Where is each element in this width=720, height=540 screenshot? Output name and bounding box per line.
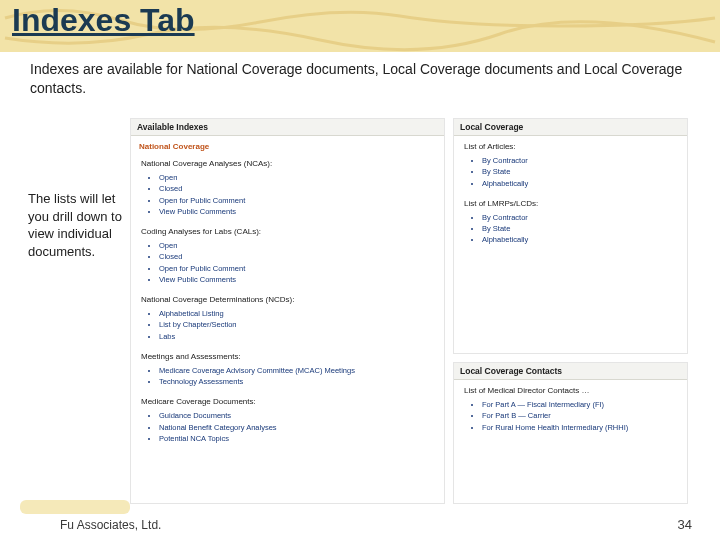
group-label: List of LMRPs/LCDs:: [454, 193, 687, 210]
list-item[interactable]: Open: [159, 172, 444, 183]
group-label: Medicare Coverage Documents:: [131, 391, 444, 408]
list-item[interactable]: By Contractor: [482, 212, 687, 223]
list-item[interactable]: Closed: [159, 183, 444, 194]
list-item[interactable]: National Benefit Category Analyses: [159, 422, 444, 433]
group-list: OpenClosedOpen for Public CommentView Pu…: [159, 240, 444, 285]
group-list: By ContractorBy StateAlphabetically: [482, 155, 687, 189]
local-coverage-contacts-panel: Local Coverage Contacts List of Medical …: [453, 362, 688, 504]
list-item[interactable]: For Part B — Carrier: [482, 410, 687, 421]
list-item[interactable]: List by Chapter/Section: [159, 319, 444, 330]
group-label: National Coverage Determinations (NCDs):: [131, 289, 444, 306]
list-item[interactable]: Medicare Coverage Advisory Committee (MC…: [159, 365, 444, 376]
list-item[interactable]: Guidance Documents: [159, 410, 444, 421]
list-item[interactable]: Closed: [159, 251, 444, 262]
list-item[interactable]: Open: [159, 240, 444, 251]
group-label: Coding Analyses for Labs (CALs):: [131, 221, 444, 238]
list-item[interactable]: For Part A — Fiscal Intermediary (FI): [482, 399, 687, 410]
list-item[interactable]: View Public Comments: [159, 274, 444, 285]
list-item[interactable]: Open for Public Comment: [159, 263, 444, 274]
group-label: National Coverage Analyses (NCAs):: [131, 153, 444, 170]
side-note: The lists will let you drill down to vie…: [28, 190, 122, 260]
group-list: OpenClosedOpen for Public CommentView Pu…: [159, 172, 444, 217]
panel-title: Local Coverage Contacts: [454, 363, 687, 380]
group-label: List of Medical Director Contacts …: [454, 380, 687, 397]
available-indexes-panel: Available Indexes National Coverage Nati…: [130, 118, 445, 504]
screenshot-area: Available Indexes National Coverage Nati…: [130, 118, 690, 504]
list-item[interactable]: Technology Assessments: [159, 376, 444, 387]
list-item[interactable]: View Public Comments: [159, 206, 444, 217]
panel-title: Available Indexes: [131, 119, 444, 136]
list-item[interactable]: Alphabetically: [482, 234, 687, 245]
group-label: List of Articles:: [454, 136, 687, 153]
list-item[interactable]: Labs: [159, 331, 444, 342]
list-item[interactable]: By State: [482, 166, 687, 177]
list-item[interactable]: By State: [482, 223, 687, 234]
group-list: Alphabetical ListingList by Chapter/Sect…: [159, 308, 444, 342]
list-item[interactable]: For Rural Home Health Intermediary (RHHI…: [482, 422, 687, 433]
footer-company: Fu Associates, Ltd.: [60, 518, 161, 532]
panel-title: Local Coverage: [454, 119, 687, 136]
list-item[interactable]: Open for Public Comment: [159, 195, 444, 206]
group-list: Medicare Coverage Advisory Committee (MC…: [159, 365, 444, 388]
local-coverage-panel: Local Coverage List of Articles:By Contr…: [453, 118, 688, 354]
group-label: Meetings and Assessments:: [131, 346, 444, 363]
list-item[interactable]: By Contractor: [482, 155, 687, 166]
group-list: By ContractorBy StateAlphabetically: [482, 212, 687, 246]
group-list: For Part A — Fiscal Intermediary (FI)For…: [482, 399, 687, 433]
slide-title: Indexes Tab: [12, 2, 195, 39]
section-head-national: National Coverage: [131, 136, 444, 153]
footer-swash: [20, 500, 130, 514]
list-item[interactable]: Alphabetically: [482, 178, 687, 189]
page-number: 34: [678, 517, 692, 532]
right-column: Local Coverage List of Articles:By Contr…: [453, 118, 688, 504]
list-item[interactable]: Alphabetical Listing: [159, 308, 444, 319]
list-item[interactable]: Potential NCA Topics: [159, 433, 444, 444]
group-list: Guidance DocumentsNational Benefit Categ…: [159, 410, 444, 444]
intro-text: Indexes are available for National Cover…: [30, 60, 690, 98]
